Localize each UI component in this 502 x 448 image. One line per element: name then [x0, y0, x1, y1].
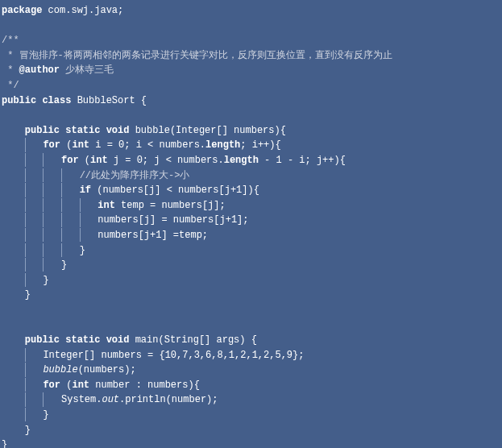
code-text: com.swj.java; — [42, 5, 123, 16]
blank-line — [0, 303, 502, 318]
comment-line: */ — [0, 78, 502, 93]
indent-guide-icon — [43, 228, 44, 242]
indent-guide-icon — [61, 228, 62, 242]
keyword-length: length — [205, 139, 240, 151]
indent-guide-icon — [25, 138, 26, 151]
blank-line — [0, 108, 502, 123]
keyword-int: int — [72, 139, 89, 151]
code-line: public static void main(String[] args) { — [0, 333, 502, 348]
code-line: } — [0, 438, 502, 448]
indent-guide-icon — [43, 213, 44, 226]
code-line: //此处为降序排序大->小 — [0, 168, 502, 184]
indent-guide-icon — [43, 168, 44, 182]
indent-guide-icon — [25, 258, 26, 272]
code-line: } — [0, 243, 502, 259]
code-text: } — [61, 259, 67, 271]
indent-guide-icon — [43, 198, 44, 212]
code-line: numbers[j+1] =temp; — [0, 228, 502, 243]
indent-guide-icon — [25, 392, 26, 406]
code-line: bubble(numbers); — [0, 363, 502, 378]
code-line: package com.swj.java; — [0, 3, 502, 19]
code-text: } — [25, 289, 31, 301]
keyword-length: length — [224, 155, 259, 166]
code-text: numbers[j+1] =temp; — [97, 230, 208, 241]
comment-line: /** — [0, 33, 502, 48]
indent-guide-icon — [80, 228, 81, 242]
indent-guide-icon — [43, 258, 44, 272]
code-line: } — [0, 258, 502, 273]
code-text: } — [43, 409, 48, 421]
indent-guide-icon — [43, 183, 44, 197]
code-line: System.out.println(number); — [0, 392, 502, 408]
indent-guide-icon — [61, 213, 62, 226]
indent-guide-icon — [25, 198, 26, 212]
keyword-class: class — [42, 95, 71, 106]
fn-call: bubble — [43, 364, 77, 375]
code-line: } — [0, 423, 502, 438]
code-text: (numbers[j] < numbers[j+1]){ — [91, 185, 259, 196]
code-line: } — [0, 408, 502, 423]
keyword-int: int — [90, 155, 108, 166]
comment-line: * @author 少林寺三毛 — [0, 63, 502, 78]
code-line: } — [0, 273, 502, 288]
code-text: i = 0; i < numbers. — [89, 139, 205, 151]
code-text: number : numbers){ — [89, 380, 200, 391]
indent-guide-icon — [25, 243, 26, 257]
indent-guide-icon — [61, 183, 62, 197]
keyword-public: public — [25, 125, 60, 136]
indent-guide-icon — [80, 198, 81, 212]
indent-guide-icon — [25, 348, 26, 362]
keyword-static: static — [65, 334, 100, 346]
comment-line: * 冒泡排序-将两两相邻的两条记录进行关键字对比，反序则互换位置，直到没有反序为… — [0, 48, 502, 64]
indent-guide-icon — [25, 363, 26, 376]
code-line: for (int j = 0; j < numbers.length - 1 -… — [0, 153, 502, 168]
keyword-public: public — [2, 95, 36, 106]
comment-text: //此处为降序排序大->小 — [80, 170, 190, 181]
indent-guide-icon — [25, 213, 26, 226]
indent-guide-icon — [25, 153, 26, 167]
comment-text: * — [2, 64, 19, 76]
code-text: .println(number); — [119, 394, 218, 405]
code-text: BubbleSort { — [71, 95, 147, 106]
code-block: package com.swj.java; /** * 冒泡排序-将两两相邻的两… — [0, 3, 502, 448]
indent-guide-icon — [43, 392, 44, 406]
code-line: if (numbers[j] < numbers[j+1]){ — [0, 183, 502, 198]
code-text: ( — [60, 380, 72, 391]
indent-guide-icon — [61, 168, 62, 182]
keyword-for: for — [61, 155, 79, 166]
keyword-int: int — [97, 200, 115, 211]
javadoc-tag: @author — [19, 64, 60, 76]
code-text: ( — [79, 155, 90, 166]
code-text: ( — [60, 139, 72, 151]
indent-guide-icon — [25, 183, 26, 197]
code-text: ; i++){ — [240, 139, 280, 151]
indent-guide-icon — [25, 273, 26, 287]
keyword-for: for — [43, 139, 60, 151]
indent-guide-icon — [61, 198, 62, 212]
indent-guide-icon — [25, 228, 26, 242]
keyword-static: static — [65, 125, 100, 136]
code-text: Integer[] numbers = {10,7,3,6,8,1,2,1,2,… — [43, 350, 304, 361]
code-text: numbers[j] = numbers[j+1]; — [97, 214, 248, 226]
code-text: } — [80, 245, 85, 256]
code-text: - 1 - i; j++){ — [259, 155, 346, 166]
code-text: (numbers); — [78, 364, 136, 375]
keyword-package: package — [2, 5, 42, 16]
code-text: j = 0; j < numbers. — [108, 155, 224, 166]
blank-line — [0, 19, 502, 34]
indent-guide-icon — [25, 378, 26, 392]
code-line: for (int i = 0; i < numbers.length; i++)… — [0, 138, 502, 153]
indent-guide-icon — [25, 408, 26, 421]
code-line: numbers[j] = numbers[j+1]; — [0, 213, 502, 228]
code-text: } — [2, 439, 7, 448]
blank-line — [0, 317, 502, 333]
indent-guide-icon — [43, 153, 44, 167]
keyword-public: public — [25, 334, 60, 346]
code-text: main(String[] args) { — [129, 334, 256, 346]
indent-guide-icon — [80, 213, 81, 226]
indent-guide-icon — [61, 243, 62, 257]
code-line: public class BubbleSort { — [0, 93, 502, 109]
code-text: } — [25, 425, 31, 436]
code-line: for (int number : numbers){ — [0, 378, 502, 393]
code-line: int temp = numbers[j]; — [0, 198, 502, 214]
